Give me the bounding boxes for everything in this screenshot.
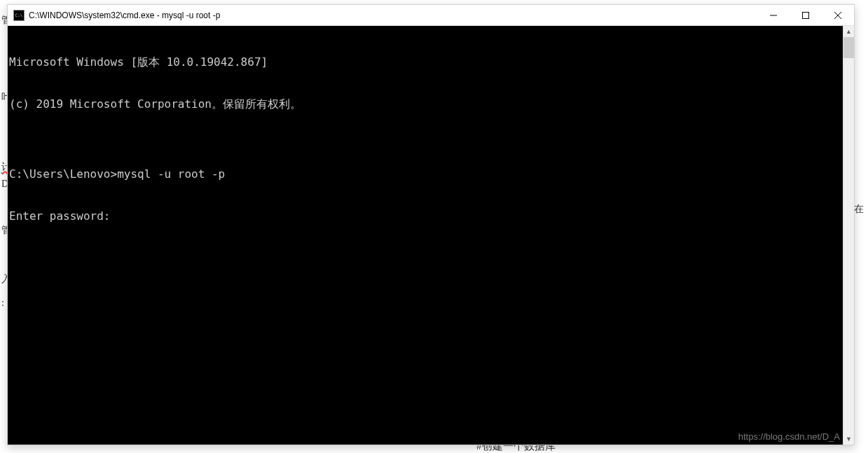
scroll-up-button[interactable]: ▲	[843, 26, 854, 37]
terminal-line: Microsoft Windows [版本 10.0.19042.867]	[9, 55, 843, 69]
titlebar[interactable]: C:\WINDOWS\system32\cmd.exe - mysql -u r…	[8, 5, 854, 26]
scroll-thumb[interactable]	[843, 37, 854, 58]
cmd-icon	[13, 10, 25, 21]
terminal-line: Enter password:	[9, 209, 843, 223]
bg-fragment: :	[1, 298, 4, 309]
maximize-icon	[802, 12, 809, 19]
terminal-line: C:\Users\Lenovo>mysql -u root -p	[9, 167, 843, 181]
window-title: C:\WINDOWS\system32\cmd.exe - mysql -u r…	[29, 11, 757, 20]
minimize-icon	[770, 12, 777, 19]
watermark-text: https://blog.csdn.net/D_A	[738, 431, 840, 442]
window-controls	[757, 5, 854, 25]
scroll-down-button[interactable]: ▼	[843, 433, 854, 445]
terminal-area[interactable]: Microsoft Windows [版本 10.0.19042.867] (c…	[8, 26, 854, 445]
maximize-button[interactable]	[790, 5, 822, 25]
bg-fragment: 在	[854, 203, 864, 216]
svg-rect-1	[803, 12, 809, 18]
terminal-line: (c) 2019 Microsoft Corporation。保留所有权利。	[9, 97, 843, 111]
vertical-scrollbar[interactable]: ▲ ▼	[843, 26, 854, 445]
minimize-button[interactable]	[757, 5, 790, 25]
close-icon	[834, 12, 841, 19]
cmd-window: C:\WINDOWS\system32\cmd.exe - mysql -u r…	[7, 4, 855, 445]
terminal-content[interactable]: Microsoft Windows [版本 10.0.19042.867] (c…	[8, 26, 843, 445]
close-button[interactable]	[822, 5, 854, 25]
